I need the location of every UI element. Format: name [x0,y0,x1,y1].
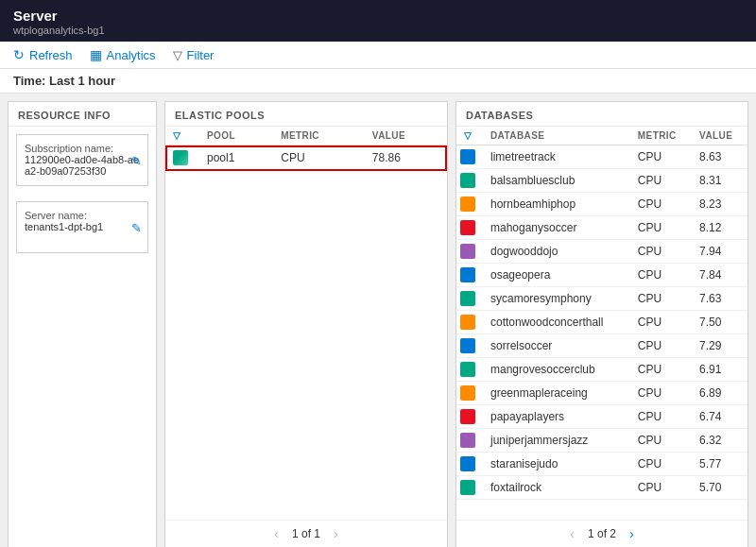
db-col-metric: METRIC [630,127,692,145]
pool-metric: CPU [273,145,365,171]
server-edit-icon[interactable]: ✎ [131,220,142,234]
db-name: sycamoresymphony [483,287,630,311]
db-icon [460,267,475,282]
db-value: 6.32 [692,429,747,453]
analytics-button[interactable]: ▦ Analytics [90,47,156,62]
db-metric: CPU [630,240,692,264]
db-metric: CPU [630,476,692,500]
pools-filter-icon[interactable]: ▽ [165,127,199,145]
db-icon-cell [456,453,483,476]
db-name: limetreetrack [483,145,630,169]
db-icon [460,315,475,330]
db-metric: CPU [630,334,692,358]
db-name: foxtailrock [483,476,630,500]
db-value: 6.74 [692,405,747,429]
db-name: balsambluesclub [483,169,630,193]
subscription-label: Subscription name: [25,143,140,154]
db-metric: CPU [630,429,692,453]
db-value: 5.77 [692,453,747,476]
db-col-database: DATABASE [483,127,630,145]
db-prev-btn[interactable]: ‹ [566,526,578,541]
db-value: 7.50 [692,311,747,334]
db-row[interactable]: hornbeamhiphop CPU 8.23 [456,193,747,216]
db-value: 8.63 [692,145,747,169]
pool-icon [173,150,188,165]
db-icon [460,197,475,212]
db-icon-cell [456,216,483,240]
db-metric: CPU [630,453,692,476]
db-pagination: ‹ 1 of 2 › [456,520,747,547]
db-icon [460,409,475,424]
pool-icon-cell [165,145,199,171]
db-icon-cell [456,358,483,382]
filter-button[interactable]: ▽ Filter [173,48,215,62]
db-filter-icon[interactable]: ▽ [456,127,483,145]
db-metric: CPU [630,145,692,169]
db-value: 6.91 [692,358,747,382]
elastic-pools-header: ELASTIC POOLS [165,102,447,127]
resource-info-panel: RESOURCE INFO Subscription name: 112900e… [8,101,157,547]
db-row[interactable]: cottonwoodconcerthall CPU 7.50 [456,311,747,334]
pool-row[interactable]: pool1 CPU 78.86 [165,145,447,171]
db-row[interactable]: foxtailrock CPU 5.70 [456,476,747,500]
pools-col-pool: POOL [199,127,273,145]
db-value: 7.63 [692,287,747,311]
db-icon-cell [456,287,483,311]
db-name: papayaplayers [483,405,630,429]
db-row[interactable]: mahoganysoccer CPU 8.12 [456,216,747,240]
db-row[interactable]: sorrelsoccer CPU 7.29 [456,334,747,358]
pools-next-btn[interactable]: › [330,526,342,541]
server-value: tenants1-dpt-bg1 [25,221,140,232]
db-metric: CPU [630,169,692,193]
subscription-value: 112900e0-ad0e-4ab8-aea2-b09a07253f30 [25,154,140,177]
pool-value: 78.86 [365,145,447,171]
db-icon-cell [456,145,483,169]
db-icon [460,173,475,188]
db-col-value: VALUE [692,127,747,145]
db-metric: CPU [630,311,692,334]
db-icon-cell [456,382,483,405]
db-row[interactable]: juniperjammersjazz CPU 6.32 [456,429,747,453]
db-page-label: 1 of 2 [588,527,616,540]
db-icon-cell [456,193,483,216]
db-row[interactable]: limetreetrack CPU 8.63 [456,145,747,169]
db-row[interactable]: staranisejudo CPU 5.77 [456,453,747,476]
time-label: Time: Last 1 hour [0,69,756,94]
subscription-box: Subscription name: 112900e0-ad0e-4ab8-ae… [16,134,148,186]
db-name: juniperjammersjazz [483,429,630,453]
refresh-label: Refresh [29,48,73,62]
refresh-button[interactable]: ↻ Refresh [13,47,73,62]
databases-table: ▽ DATABASE METRIC VALUE limetreetrack CP… [456,127,747,500]
db-value: 6.89 [692,382,747,405]
subscription-edit-icon[interactable]: ✎ [131,153,142,167]
pools-prev-btn[interactable]: ‹ [270,526,283,541]
db-row[interactable]: osageopera CPU 7.84 [456,264,747,287]
pools-col-metric: METRIC [273,127,365,145]
db-row[interactable]: papayaplayers CPU 6.74 [456,405,747,429]
db-row[interactable]: balsambluesclub CPU 8.31 [456,169,747,193]
db-value: 7.84 [692,264,747,287]
db-row[interactable]: greenmapleraceing CPU 6.89 [456,382,747,405]
db-icon-cell [456,264,483,287]
db-name: dogwooddojo [483,240,630,264]
db-name: cottonwoodconcerthall [483,311,630,334]
pool-name: pool1 [199,145,273,171]
db-row[interactable]: mangrovesoccerclub CPU 6.91 [456,358,747,382]
server-label: Server name: [25,210,140,221]
toolbar: ↻ Refresh ▦ Analytics ▽ Filter [0,42,756,69]
db-icon-cell [456,405,483,429]
elastic-pools-panel: ELASTIC POOLS ▽ POOL METRIC VALUE [164,101,448,547]
db-row[interactable]: dogwooddojo CPU 7.94 [456,240,747,264]
pools-table: ▽ POOL METRIC VALUE pool1 CPU 78.86 [165,127,447,171]
db-icon-cell [456,169,483,193]
db-icon-cell [456,311,483,334]
pools-pagination: ‹ 1 of 1 › [165,520,447,547]
db-value: 8.23 [692,193,747,216]
db-metric: CPU [630,405,692,429]
db-next-btn[interactable]: › [626,526,638,541]
db-row[interactable]: sycamoresymphony CPU 7.63 [456,287,747,311]
db-metric: CPU [630,358,692,382]
db-name: mahoganysoccer [483,216,630,240]
header: Server wtploganalytics-bg1 [0,0,756,42]
db-name: sorrelsoccer [483,334,630,358]
